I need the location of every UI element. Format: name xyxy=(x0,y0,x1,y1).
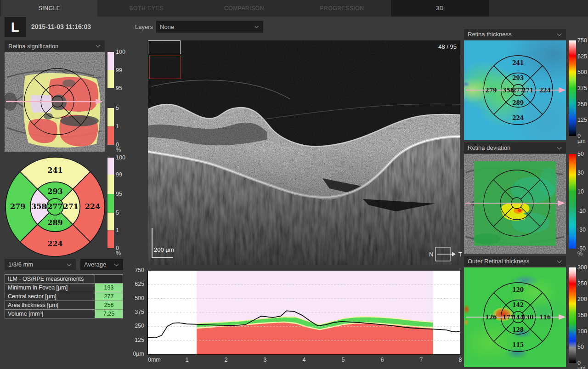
table-header-label: ILM - OS/RPE measurements xyxy=(5,275,95,284)
colorbar-tick-label: 95 xyxy=(116,191,122,197)
signification-dropdown-value: Retina signification xyxy=(8,43,58,50)
y-tick-label: 625 xyxy=(135,281,144,287)
colorbar-tick-label: 250 xyxy=(577,101,587,108)
tab-3d[interactable]: 3D xyxy=(391,0,489,17)
significance-colorbar-high xyxy=(107,52,114,88)
panel-outer-dropdown[interactable]: Outer Retinal thickness xyxy=(464,256,566,267)
significance-colorbar-high-labels: 1009995 xyxy=(116,52,131,88)
colorbar-tick-label: 5 xyxy=(116,210,119,216)
sector-value-inner_right: 130 xyxy=(522,314,533,321)
etdrs-sector-chart[interactable]: 241293279358277271224289224 xyxy=(5,156,106,257)
sector-value-outer_bottom: 224 xyxy=(47,239,62,248)
significance-colorbar-low-labels: 510% xyxy=(116,108,131,145)
oct-bscan-image[interactable]: 48 / 95 200 µm N T xyxy=(148,40,460,265)
chevron-down-icon xyxy=(558,146,562,150)
colorbar-tick-label: 300 xyxy=(577,264,587,271)
y-tick-label: 125 xyxy=(135,337,144,343)
x-tick-label: 2 xyxy=(225,357,228,363)
retina-deviation-map[interactable] xyxy=(464,154,566,254)
colorbar-tick-label: 99 xyxy=(116,171,122,178)
chevron-down-icon xyxy=(96,44,101,48)
fundus-significance-map[interactable] xyxy=(5,52,105,152)
sector-value-inner_right: 271 xyxy=(63,202,78,210)
measurement-label: Area thickness [µm] xyxy=(5,301,95,310)
sector-value-outer_bottom: 224 xyxy=(512,115,524,121)
sector-value-outer_left: 279 xyxy=(10,202,25,210)
y-tick-label: 375 xyxy=(135,309,144,315)
sector-value-inner_left: 358 xyxy=(31,202,46,210)
profile-x-axis: 0mm12345678 xyxy=(148,357,465,366)
measurement-row: Central sector [µm]277 xyxy=(5,292,123,301)
thickness-colorbar-labels: 7506255003752501250µm xyxy=(577,40,588,136)
x-tick-label: 7 xyxy=(420,357,423,363)
retina-thickness-map[interactable]: 241293279358277271224289224 xyxy=(464,40,566,140)
signification-dropdown[interactable]: Retina signification xyxy=(5,40,105,51)
sector-value-outer_top: 120 xyxy=(512,287,524,293)
tab-both-eyes[interactable]: BOTH EYES xyxy=(97,0,195,17)
deviation-colorbar-labels: 503010-10-30-50% xyxy=(577,154,588,249)
layers-dropdown[interactable]: None xyxy=(156,21,263,33)
x-tick-label: 5 xyxy=(342,357,345,363)
measurement-label: Minimum in Fovea [µm] xyxy=(5,284,95,292)
chevron-down-icon xyxy=(68,262,72,267)
tab-progression[interactable]: PROGRESSION xyxy=(293,0,391,17)
measurement-value: 277 xyxy=(95,292,123,301)
colorbar-tick-label: 625 xyxy=(577,53,587,60)
tab-single[interactable]: SINGLE xyxy=(1,0,97,17)
colorbar-tick-label: 150 xyxy=(577,312,587,318)
panel-deviation-dropdown[interactable]: Retina deviation xyxy=(464,142,566,153)
sector-value-inner_bottom: 289 xyxy=(47,218,62,227)
orientation-nasal: N xyxy=(429,251,433,258)
layers-label: Layers xyxy=(135,23,153,30)
sector-value-inner_bottom: 289 xyxy=(512,100,524,106)
measurement-label: Central sector [µm] xyxy=(5,292,95,301)
grid-size-dropdown[interactable]: 1/3/6 mm xyxy=(5,259,76,270)
chevron-down-icon xyxy=(115,262,119,267)
y-tick-label: 500 xyxy=(135,295,144,301)
scale-bar-label: 200 µm xyxy=(154,246,174,253)
sector-value-inner_top: 293 xyxy=(512,75,524,81)
colorbar-tick-label: 100 xyxy=(116,49,125,55)
colorbar-tick-label: 30 xyxy=(577,170,584,176)
table-header-row: ILM - OS/RPE measurements xyxy=(5,275,123,284)
colorbar-tick-label: 95 xyxy=(116,85,122,91)
colorbar-unit-label: % xyxy=(116,250,121,256)
sector-value-inner_top: 142 xyxy=(512,302,524,308)
bscan-render xyxy=(148,40,460,265)
x-tick-label: 3 xyxy=(264,357,267,363)
statistic-dropdown[interactable]: Average xyxy=(80,259,123,270)
tab-comparison[interactable]: COMPARISON xyxy=(195,0,293,17)
outer-retinal-thickness-map[interactable]: 120142126177144130116128115 xyxy=(464,267,566,367)
colorbar-tick-label: 500 xyxy=(577,69,587,75)
colorbar-tick-label: -10 xyxy=(577,208,586,214)
colorbar-tick-label: 375 xyxy=(577,85,587,91)
table-header-empty-cell xyxy=(95,275,123,284)
chevron-down-icon xyxy=(558,259,562,264)
measurement-value: 7,25 xyxy=(95,310,123,318)
thickness-profile-chart xyxy=(147,271,460,355)
colorbar-tick-label: 200 xyxy=(577,296,587,302)
colorbar-unit-label: % xyxy=(577,250,582,257)
sector-value-outer_right: 116 xyxy=(539,314,551,321)
measurement-value: 193 xyxy=(95,284,123,292)
sector-value-outer_bottom: 115 xyxy=(512,342,524,348)
layers-dropdown-value: None xyxy=(160,23,174,30)
panel-thickness-dropdown[interactable]: Retina thickness xyxy=(464,29,566,40)
outer-colorbar-labels: 300250200150100500µm xyxy=(577,267,588,363)
nav-zoom-rect[interactable] xyxy=(149,56,181,79)
statistic-value: Average xyxy=(84,261,106,268)
colorbar-tick-label: 1 xyxy=(116,123,119,130)
colorbar-tick-label: 50 xyxy=(577,151,584,157)
chevron-down-icon xyxy=(255,24,260,29)
sector-value-inner_top: 293 xyxy=(47,187,62,195)
orientation-indicator: N T xyxy=(429,246,464,263)
x-tick-label: 8 xyxy=(459,357,462,363)
nav-view-rect[interactable] xyxy=(148,40,181,54)
significance-colorbar-low xyxy=(107,108,114,145)
x-tick-label: 4 xyxy=(303,357,306,363)
x-tick-label: 1 xyxy=(186,357,189,363)
y-tick-label: 750 xyxy=(135,267,144,273)
frame-counter: 48 / 95 xyxy=(438,43,457,50)
panel-deviation-title: Retina deviation xyxy=(468,144,510,151)
measurements-table: ILM - OS/RPE measurements Minimum in Fov… xyxy=(5,274,123,318)
